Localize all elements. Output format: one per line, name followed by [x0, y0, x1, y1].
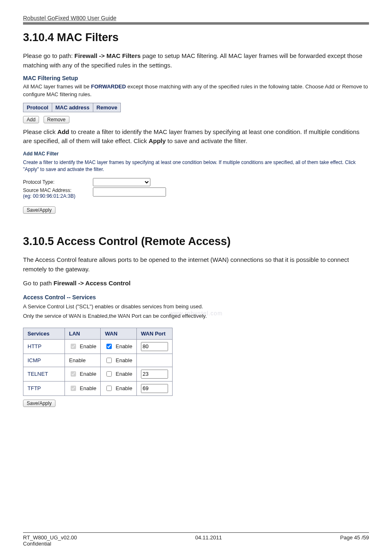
services-table: Services LAN WAN WAN Port HTTPEnableEnab… [23, 328, 173, 396]
lan-cell: Enable [65, 381, 101, 395]
lan-enable-checkbox [71, 386, 76, 391]
footer-right: Page 45 /59 [340, 534, 369, 541]
enable-label: Enable [69, 357, 85, 363]
table-row: HTTPEnableEnable [23, 339, 173, 354]
mac-click-add-text: Please click Add to create a filter to i… [23, 127, 369, 146]
service-name: TFTP [23, 381, 65, 395]
scl-line2: Only the service of WAN is Enabled,the W… [23, 312, 369, 320]
enable-label: Enable [115, 343, 132, 349]
protocol-type-label: Protocol Type: [23, 179, 93, 185]
col-lan: LAN [65, 328, 101, 339]
col-remove: Remove [93, 103, 121, 112]
wan-enable-checkbox[interactable] [106, 358, 112, 363]
service-name: ICMP [23, 354, 65, 367]
remove-button[interactable]: Remove [44, 116, 69, 123]
wan-port-cell [136, 339, 172, 354]
wan-cell: Enable [101, 367, 136, 381]
text: Please click [23, 128, 57, 135]
heading-access-control: 3.10.5 Access Control (Remote Access) [23, 235, 369, 248]
mac-forwarded-desc: All MAC layer frames will be FORWARDED e… [23, 83, 369, 99]
source-mac-label: Source MAC Address: [23, 187, 93, 193]
lan-enable-checkbox [71, 371, 76, 377]
mac-filter-table: Protocol MAC address Remove [23, 103, 121, 112]
enable-label: Enable [80, 385, 96, 391]
lan-cell: Enable [65, 367, 101, 381]
wan-cell: Enable [101, 381, 136, 395]
col-wan-port: WAN Port [136, 328, 172, 339]
page-footer: RT_W800_UG_v02.00 04.11.2011 Page 45 /59… [23, 532, 369, 547]
enable-label: Enable [115, 385, 132, 391]
ac-intro: The Access Control feature allows ports … [23, 255, 369, 274]
footer-confidential: Confidential [23, 541, 369, 547]
text: All MAC layer frames will be [23, 83, 91, 90]
table-row: TFTPEnableEnable [23, 381, 173, 395]
save-apply-button-ac[interactable]: Save/Apply [23, 400, 55, 407]
wan-port-input[interactable] [141, 342, 168, 351]
path-mac-filters: Firewall -> MAC Filters [74, 52, 141, 59]
save-apply-button-mac[interactable]: Save/Apply [23, 206, 55, 214]
add-mac-filter-desc: Create a filter to identify the MAC laye… [23, 159, 369, 173]
source-mac-example: (eg: 00:90:96:01:2A:3B) [23, 193, 93, 199]
mac-filtering-setup-title: MAC Filtering Setup [23, 75, 369, 81]
footer-rule [23, 532, 369, 533]
mac-intro: Please go to path: Firewall -> MAC Filte… [23, 51, 369, 70]
service-name: HTTP [23, 339, 65, 354]
doc-header: Robustel GoFixed W800 User Guide [23, 15, 369, 22]
wan-enable-checkbox[interactable] [106, 371, 112, 377]
word-apply: Apply [149, 137, 166, 144]
text: to save and activate the filter. [166, 137, 247, 144]
col-protocol: Protocol [23, 103, 52, 112]
col-services: Services [23, 328, 65, 339]
col-wan: WAN [101, 328, 136, 339]
text: Go to path [23, 280, 53, 287]
footer-center: 04.11.2011 [195, 534, 222, 541]
wan-enable-checkbox[interactable] [106, 344, 112, 349]
wan-cell: Enable [101, 339, 136, 354]
heading-mac-filters: 3.10.4 MAC Filters [23, 31, 369, 44]
enable-label: Enable [115, 357, 132, 363]
lan-cell: Enable [65, 339, 101, 354]
text: Please go to path: [23, 52, 74, 59]
enable-label: Enable [115, 371, 132, 377]
col-mac-address: MAC address [52, 103, 93, 112]
wan-cell: Enable [101, 354, 136, 367]
table-row: ICMPEnableEnable [23, 354, 173, 367]
wan-port-cell [136, 381, 172, 395]
service-name: TELNET [23, 367, 65, 381]
wan-port-cell [136, 367, 172, 381]
wan-port-cell [136, 354, 172, 367]
table-row: TELNETEnableEnable [23, 367, 173, 381]
wan-port-input[interactable] [141, 384, 168, 393]
word-add: Add [57, 128, 69, 135]
header-rule [23, 22, 369, 25]
scl-title: Access Control -- Services [23, 294, 369, 301]
wan-port-input[interactable] [141, 370, 168, 379]
enable-label: Enable [80, 343, 96, 349]
ac-goto: Go to path Firewall -> Access Control [23, 279, 369, 288]
lan-cell: Enable [65, 354, 101, 367]
forwarded-word: FORWARDED [91, 83, 126, 90]
footer-left: RT_W800_UG_v02.00 [23, 534, 77, 541]
add-button[interactable]: Add [23, 116, 39, 123]
protocol-type-select[interactable] [93, 178, 150, 186]
lan-enable-checkbox [71, 344, 76, 349]
add-mac-filter-title: Add MAC Filter [23, 151, 369, 157]
scl-line1: A Service Control List ("SCL") enables o… [23, 303, 369, 311]
wan-enable-checkbox[interactable] [106, 386, 112, 391]
source-mac-input[interactable] [93, 187, 166, 197]
path-access-control: Firewall -> Access Control [53, 280, 130, 287]
enable-label: Enable [80, 371, 96, 377]
